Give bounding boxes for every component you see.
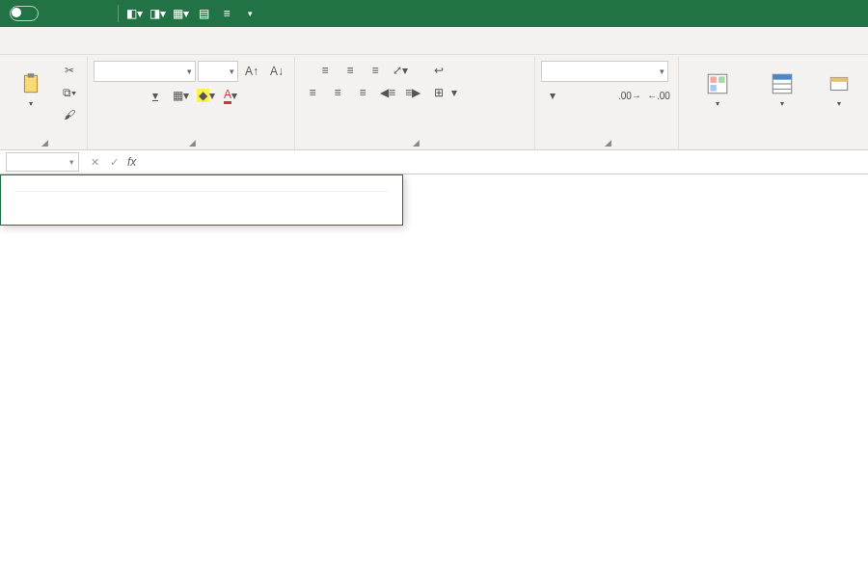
increase-indent-button[interactable]: ≡▶ [401,83,424,102]
titlebar: ◧▾ ◨▾ ▦▾ ▤ ≡ ▾ [0,0,868,27]
border-button[interactable]: ▦▾ [169,86,192,105]
redo-button[interactable] [91,3,114,24]
table-icon [770,71,795,96]
quick-access-toolbar: ◧▾ ◨▾ ▦▾ ▤ ≡ ▾ [6,3,261,24]
conditional-formatting-icon [705,71,730,96]
fill-color-button[interactable]: ◆▾ [194,86,217,105]
paste-button[interactable]: ▾ [6,59,56,120]
svg-rect-3 [710,76,717,83]
qat-more[interactable]: ▾ [238,3,261,24]
svg-rect-4 [719,76,725,83]
decrease-decimal-button[interactable]: ←.00 [645,86,672,105]
cell-styles-button[interactable]: ▾ [814,59,864,120]
ribbon-group-number: ▾ ▾ .00→ ←.00 ◢ [535,57,679,149]
svg-rect-1 [28,73,35,77]
qa-description [14,211,389,215]
conditional-formatting-button[interactable]: ▾ [685,59,750,120]
align-center-button[interactable]: ≡ [326,83,349,102]
svg-rect-5 [710,85,717,92]
ribbon-group-clipboard: ▾ ✂ ⧉▾ 🖌 ◢ [0,57,88,149]
decrease-font-button[interactable]: A↓ [265,62,288,81]
underline-button[interactable]: ▾ [144,86,167,105]
fx-icon[interactable]: fx [127,155,136,169]
qat-btn-2[interactable]: ◨▾ [146,3,169,24]
quick-analysis-panel [0,174,403,226]
align-top-button[interactable]: ≡ [313,61,337,80]
align-bottom-button[interactable]: ≡ [364,61,387,80]
qat-btn-4[interactable]: ▤ [192,3,215,24]
cancel-fx-button[interactable]: ✕ [85,156,104,169]
increase-font-button[interactable]: A↑ [240,62,263,81]
font-size-combo[interactable]: ▾ [198,61,238,82]
formula-bar: ▾ ✕ ✓ fx [0,150,868,174]
align-left-button[interactable]: ≡ [301,83,324,102]
undo-button[interactable] [68,3,91,24]
enter-fx-button[interactable]: ✓ [104,156,123,169]
ribbon: ▾ ✂ ⧉▾ 🖌 ◢ ▾ ▾ A↑ A↓ ▾ ▦▾ ◆▾ [0,55,868,150]
comma-button[interactable] [591,86,614,105]
clipboard-icon [18,71,43,96]
copy-button[interactable]: ⧉▾ [58,83,81,102]
svg-rect-0 [25,75,38,92]
orientation-button[interactable]: ⤢▾ [389,61,412,80]
align-middle-button[interactable]: ≡ [339,61,362,80]
ribbon-group-font: ▾ ▾ A↑ A↓ ▾ ▦▾ ◆▾ A▾ ◢ [88,57,295,149]
toggle-off-icon[interactable] [10,6,39,21]
wrap-text-button[interactable]: ↩ [432,61,542,80]
italic-button[interactable] [119,86,142,105]
name-box[interactable]: ▾ [6,152,79,172]
format-as-table-button[interactable]: ▾ [752,59,812,120]
cut-button[interactable]: ✂ [58,61,81,80]
cell-styles-icon [827,71,852,96]
currency-button[interactable]: ▾ [541,86,564,105]
font-name-combo[interactable]: ▾ [94,61,196,82]
qa-options [14,192,389,211]
align-right-button[interactable]: ≡ [351,83,374,102]
autosave-toggle[interactable] [6,6,39,21]
bold-button[interactable] [94,86,117,105]
decrease-indent-button[interactable]: ◀≡ [376,83,399,102]
svg-rect-11 [830,77,847,81]
qat-btn-3[interactable]: ▦▾ [169,3,192,24]
ribbon-group-alignment: ≡ ≡ ≡ ⤢▾ ≡ ≡ ≡ ◀≡ ≡▶ ↩ ⊞ ▾ ◢ [295,57,535,149]
save-button[interactable] [44,3,68,24]
qa-tabs [14,185,389,192]
number-format-combo[interactable]: ▾ [541,61,668,82]
ribbon-group-styles: ▾ ▾ ▾ [679,57,868,149]
increase-decimal-button[interactable]: .00→ [616,86,643,105]
ribbon-tabs [0,27,868,55]
percent-button[interactable] [566,86,589,105]
svg-rect-7 [773,74,792,79]
qat-btn-1[interactable]: ◧▾ [122,3,146,24]
qat-btn-5[interactable]: ≡ [215,3,238,24]
font-color-button[interactable]: A▾ [219,86,242,105]
format-painter-button[interactable]: 🖌 [58,105,81,124]
